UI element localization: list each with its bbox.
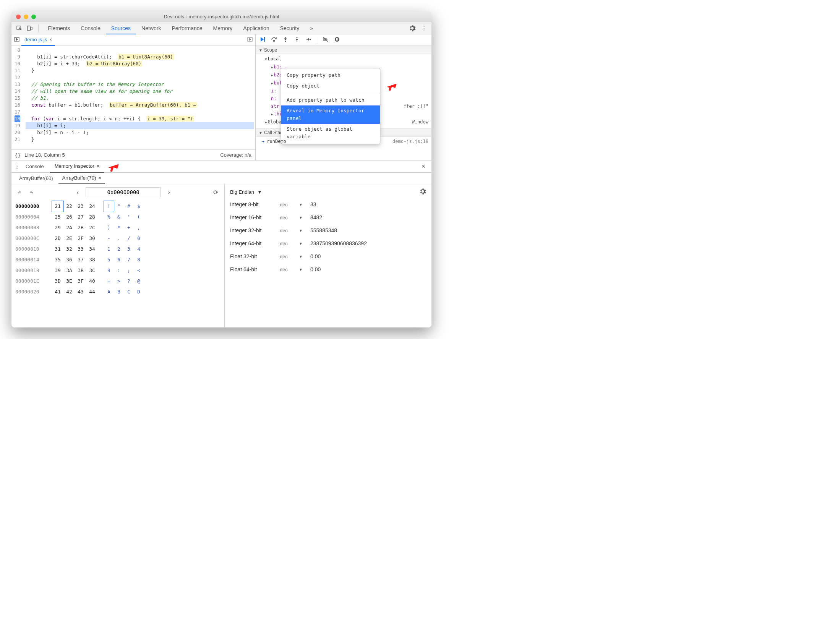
chevron-down-icon[interactable]: ▼ (257, 189, 262, 195)
tab-sources[interactable]: Sources (106, 22, 136, 34)
brace-icon[interactable]: { } (15, 152, 20, 158)
hex-byte[interactable]: 36 (63, 254, 75, 265)
resume-icon[interactable] (259, 36, 266, 44)
step-icon[interactable] (305, 36, 311, 44)
hex-byte[interactable]: 27 (75, 212, 86, 222)
hex-ascii[interactable]: 3 (124, 244, 134, 254)
hex-ascii[interactable]: ' (124, 212, 134, 222)
deactivate-breakpoints-icon[interactable] (323, 36, 329, 44)
hex-byte[interactable]: 32 (63, 244, 75, 254)
hex-byte[interactable]: 31 (52, 244, 63, 254)
tab-memory[interactable]: Memory (208, 22, 238, 34)
close-icon[interactable]: × (97, 163, 100, 169)
hex-byte[interactable]: 2C (86, 222, 98, 233)
hex-ascii[interactable]: C (124, 287, 134, 297)
hex-byte[interactable]: 3C (86, 265, 98, 276)
hex-ascii[interactable]: B (114, 287, 124, 297)
ctx-copy-object[interactable]: Copy object (281, 81, 380, 91)
hex-ascii[interactable]: ) (104, 222, 114, 233)
tab-application[interactable]: Application (238, 22, 275, 34)
address-input[interactable] (86, 187, 161, 197)
hex-byte[interactable]: 39 (52, 265, 63, 276)
value-format-select[interactable]: dec (280, 228, 299, 233)
pause-exceptions-icon[interactable] (334, 36, 340, 44)
tab-security[interactable]: Security (275, 22, 305, 34)
hex-ascii[interactable]: 5 (104, 254, 114, 265)
hex-ascii[interactable]: 8 (134, 254, 144, 265)
hex-byte[interactable]: 41 (52, 287, 63, 297)
hex-ascii[interactable]: ( (134, 212, 144, 222)
value-format-select[interactable]: dec (280, 241, 299, 246)
hex-byte[interactable]: 43 (75, 287, 86, 297)
close-icon[interactable]: × (98, 175, 101, 181)
history-fwd-icon[interactable]: ↷ (28, 188, 36, 197)
hex-byte[interactable]: 26 (63, 212, 75, 222)
hex-byte[interactable]: 29 (52, 222, 63, 233)
hex-ascii[interactable]: D (134, 287, 144, 297)
drawer-kebab-icon[interactable]: ⋮ (15, 164, 19, 169)
tab-overflow[interactable]: » (305, 22, 318, 34)
buffer-tab-60[interactable]: ArrayBuffer(60) (15, 173, 57, 184)
gear-icon[interactable] (408, 24, 417, 33)
value-format-select[interactable]: dec (280, 202, 299, 207)
code-editor[interactable]: 89101112131415161718192021 b1[i] = str.c… (11, 46, 255, 149)
kebab-icon[interactable]: ⋮ (419, 24, 428, 33)
hex-ascii[interactable]: : (114, 265, 124, 276)
run-snippet-icon[interactable] (247, 36, 253, 44)
hex-ascii[interactable]: = (104, 276, 114, 287)
ctx-reveal-memory-inspector[interactable]: Reveal in Memory Inspector panel (281, 105, 380, 124)
hex-ascii[interactable]: ? (124, 276, 134, 287)
hex-ascii[interactable]: 9 (104, 265, 114, 276)
hex-ascii[interactable]: + (124, 222, 134, 233)
hex-byte[interactable]: 24 (86, 201, 98, 212)
hex-ascii[interactable]: 4 (134, 244, 144, 254)
hex-ascii[interactable]: / (124, 233, 134, 244)
hex-byte[interactable]: 22 (63, 201, 75, 212)
value-format-select[interactable]: dec (280, 215, 299, 220)
chevron-down-icon[interactable]: ▼ (299, 228, 310, 233)
hex-ascii[interactable]: 0 (134, 233, 144, 244)
hex-byte[interactable]: 25 (52, 212, 63, 222)
value-format-select[interactable]: dec (280, 254, 299, 259)
hex-ascii[interactable]: ; (124, 265, 134, 276)
file-tab[interactable]: demo-js.js × (21, 34, 55, 46)
refresh-icon[interactable]: ⟳ (211, 188, 221, 197)
hex-byte[interactable]: 2E (63, 233, 75, 244)
addr-next-icon[interactable]: › (165, 188, 173, 197)
hex-table[interactable]: 0000000021222324!"#$0000000425262728%&'(… (15, 201, 221, 297)
inspect-icon[interactable] (15, 24, 24, 33)
hex-byte[interactable]: 3F (75, 276, 86, 287)
hex-byte[interactable]: 21 (52, 201, 63, 212)
navigator-icon[interactable] (14, 36, 20, 44)
step-over-icon[interactable] (271, 36, 277, 44)
ctx-copy-path[interactable]: Copy property path (281, 70, 380, 81)
hex-byte[interactable]: 38 (86, 254, 98, 265)
hex-ascii[interactable]: 6 (114, 254, 124, 265)
tab-performance[interactable]: Performance (166, 22, 208, 34)
chevron-down-icon[interactable]: ▼ (299, 267, 310, 272)
tab-network[interactable]: Network (136, 22, 166, 34)
tab-elements[interactable]: Elements (42, 22, 75, 34)
hex-ascii[interactable]: $ (134, 201, 144, 212)
hex-byte[interactable]: 30 (86, 233, 98, 244)
chevron-down-icon[interactable]: ▼ (299, 216, 310, 220)
step-out-icon[interactable] (294, 36, 300, 44)
hex-ascii[interactable]: 1 (104, 244, 114, 254)
hex-ascii[interactable]: & (114, 212, 124, 222)
hex-byte[interactable]: 44 (86, 287, 98, 297)
hex-ascii[interactable]: ! (104, 201, 114, 212)
value-format-select[interactable]: dec (280, 267, 299, 272)
hex-ascii[interactable]: < (134, 265, 144, 276)
hex-ascii[interactable]: 2 (114, 244, 124, 254)
hex-ascii[interactable]: " (114, 201, 124, 212)
hex-ascii[interactable]: > (114, 276, 124, 287)
close-icon[interactable]: × (49, 37, 52, 42)
hex-ascii[interactable]: 7 (124, 254, 134, 265)
callstack-frame[interactable]: ➔ runDemo demo-js.js:18 (259, 138, 431, 145)
buffer-tab-70[interactable]: ArrayBuffer(70)× (58, 173, 105, 184)
hex-byte[interactable]: 3D (52, 276, 63, 287)
endian-select[interactable]: Big Endian (230, 189, 254, 195)
hex-byte[interactable]: 3E (63, 276, 75, 287)
hex-ascii[interactable]: , (134, 222, 144, 233)
drawer-tab-memory-inspector[interactable]: Memory Inspector× (50, 160, 104, 173)
